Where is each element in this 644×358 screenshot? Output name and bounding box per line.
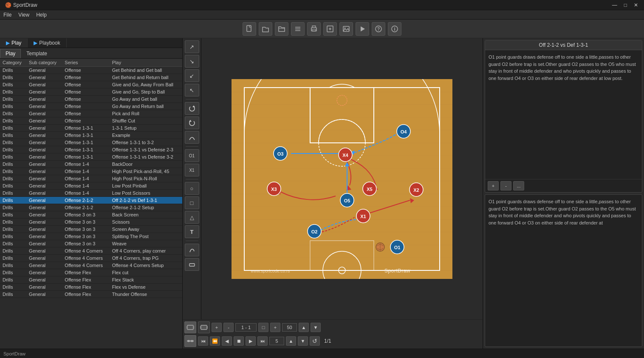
table-row[interactable]: DrillsGeneralOffense 2-1-2Off 2-1-2 vs D… [0, 197, 182, 204]
export-btn[interactable] [323, 22, 337, 36]
rotate-ccw-tool[interactable] [185, 116, 199, 129]
table-row[interactable]: DrillsGeneralOffense 1-4BackDoor [0, 161, 182, 168]
rotate-cw-tool[interactable] [185, 102, 199, 115]
open-folder-btn[interactable] [275, 22, 288, 36]
loop-btn[interactable]: ↺ [310, 336, 320, 346]
frame-minus-btn[interactable]: □ [258, 323, 268, 332]
table-row[interactable]: DrillsGeneralOffense 3 on 3Back Screen [0, 211, 182, 219]
square-tool[interactable]: □ [185, 196, 199, 209]
speed-up-btn[interactable]: ▲ [299, 323, 309, 332]
table-row[interactable]: DrillsGeneralOffenseGo Away and Return b… [0, 103, 182, 110]
table-row[interactable]: DrillsGeneralOffense 3 on 3Scissors [0, 219, 182, 226]
image-btn[interactable] [339, 22, 353, 36]
help-btn[interactable]: ? [372, 22, 385, 36]
play-btn[interactable] [356, 22, 369, 36]
table-row[interactable]: DrillsGeneralOffense 1-3-1Offense 1-3-1 … [0, 146, 182, 153]
curve-tool[interactable] [185, 131, 199, 144]
cross-x1-tool[interactable]: X1 [185, 164, 199, 176]
remove-frame-btn[interactable]: - [223, 323, 234, 332]
eraser-tool[interactable] [185, 258, 199, 271]
table-row[interactable]: DrillsGeneralOffense FlexFlex Stack [0, 276, 182, 284]
table-row[interactable]: DrillsGeneralOffense FlexFlex vs Defense [0, 284, 182, 291]
table-row[interactable]: DrillsGeneralOffenseGive and Go, Away Fr… [0, 81, 182, 88]
last-frame-btn[interactable]: ⏭ [257, 336, 268, 346]
draw-tool[interactable] [185, 244, 199, 256]
table-row[interactable]: DrillsGeneralOffense FlexThunder Offense [0, 291, 182, 298]
arrow-ne-tool[interactable]: ↗ [185, 40, 199, 53]
frame-counter[interactable] [235, 323, 257, 332]
print-btn[interactable] [307, 22, 321, 36]
svg-text:X4: X4 [342, 153, 348, 158]
table-row[interactable]: DrillsGeneralOffense FlexFlex cut [0, 269, 182, 276]
frame-number[interactable] [269, 337, 284, 345]
frame-num-up[interactable]: ▲ [286, 336, 296, 346]
new-btn[interactable] [243, 22, 256, 36]
svg-point-85 [188, 340, 190, 342]
table-row[interactable]: DrillsGeneralOffense 1-3-1Offense 1-3-1 … [0, 139, 182, 146]
table-row[interactable]: DrillsGeneralOffense 4 CornersOff 4 Corn… [0, 247, 182, 255]
tab-play[interactable]: ▶ Play [0, 38, 28, 48]
description-footer-1: + - ... [485, 179, 642, 192]
circle-o1-tool[interactable]: O1 [185, 149, 199, 162]
desc-btn-add[interactable]: + [488, 181, 499, 190]
table-row[interactable]: DrillsGeneralOffense 1-3-1Offense 1-3-1 … [0, 153, 182, 161]
list-btn[interactable] [291, 22, 305, 36]
stop-btn[interactable]: ⏹ [234, 336, 244, 346]
speed-value[interactable] [282, 323, 297, 332]
table-row[interactable]: DrillsGeneralOffense 1-4High Post Pick-N… [0, 175, 182, 182]
text-tool[interactable]: T [185, 225, 199, 238]
arrow-se-tool[interactable]: ↘ [185, 55, 199, 68]
sub-tab-template[interactable]: Template [21, 49, 53, 58]
table-row[interactable]: DrillsGeneralOffense 4 CornersOff 4 Corn… [0, 255, 182, 262]
table-row[interactable]: DrillsGeneralOffenseShuffle Cut [0, 117, 182, 125]
arrow-nw-tool[interactable]: ↖ [185, 84, 199, 97]
table-row[interactable]: DrillsGeneralOffense 1-3-11-3-1 Setup [0, 125, 182, 132]
play-table-wrapper[interactable]: Category Sub category Series Play Drills… [0, 59, 182, 349]
info-btn[interactable]: i [388, 22, 401, 36]
arrow-sw-tool[interactable]: ↙ [185, 69, 199, 82]
triangle-tool[interactable]: △ [185, 211, 199, 224]
table-row[interactable]: DrillsGeneralOffense 3 on 3Screen Away [0, 226, 182, 233]
next-btn[interactable]: ▶ [246, 336, 256, 346]
table-row[interactable]: DrillsGeneralOffense 1-4Low Post Pinball [0, 182, 182, 190]
menu-file[interactable]: File [3, 12, 11, 18]
speed-down-btn[interactable]: ▼ [311, 323, 321, 332]
table-row[interactable]: DrillsGeneralOffenseGet Behind and Get b… [0, 67, 182, 74]
menu-help[interactable]: Help [36, 12, 47, 18]
first-frame-btn[interactable]: ⏮ [198, 336, 208, 346]
col-play: Play [110, 59, 182, 67]
sub-tab-play[interactable]: Play [0, 49, 21, 58]
app-title: SportDraw [13, 2, 37, 8]
desc-btn-more[interactable]: ... [513, 181, 524, 190]
app-icon: 🏀 [5, 2, 11, 8]
table-row[interactable]: DrillsGeneralOffense 3 on 3Splitting The… [0, 233, 182, 240]
minimize-btn[interactable]: — [610, 2, 620, 8]
desc-btn-remove[interactable]: - [500, 181, 511, 190]
svg-rect-19 [232, 79, 452, 279]
table-row[interactable]: DrillsGeneralOffense 1-4Low Post Scissor… [0, 190, 182, 197]
filmstrip-active-icon [198, 321, 210, 333]
table-row[interactable]: DrillsGeneralOffenseGo Away and Get ball [0, 96, 182, 103]
close-btn[interactable]: ✕ [631, 2, 641, 8]
add-frame-btn[interactable]: + [212, 323, 222, 332]
frame-num-down[interactable]: ▼ [298, 336, 308, 346]
svg-rect-18 [189, 264, 195, 266]
table-row[interactable]: DrillsGeneralOffenseGive and Go, Step to… [0, 88, 182, 96]
maximize-btn[interactable]: □ [621, 2, 630, 8]
circle-tool[interactable]: ○ [185, 182, 199, 195]
table-row[interactable]: DrillsGeneralOffense 2-1-2Offense 2-1-2 … [0, 204, 182, 211]
frame-plus-btn[interactable]: + [270, 323, 280, 332]
prev-btn[interactable]: ◀ [222, 336, 232, 346]
open-btn[interactable] [259, 22, 272, 36]
tab-playbook[interactable]: ▶ Playbook [28, 38, 66, 48]
prev-prev-btn[interactable]: ⏪ [210, 336, 220, 346]
menu-view[interactable]: View [18, 12, 29, 18]
table-row[interactable]: DrillsGeneralOffensePick and Roll [0, 110, 182, 117]
table-row[interactable]: DrillsGeneralOffenseGet Behind and Retur… [0, 74, 182, 81]
title-bar: 🏀 SportDraw — □ ✕ [0, 0, 644, 10]
table-row[interactable]: DrillsGeneralOffense 1-4High Post Pick-a… [0, 168, 182, 175]
svg-rect-0 [247, 26, 251, 31]
table-row[interactable]: DrillsGeneralOffense 1-3-1Example [0, 132, 182, 139]
table-row[interactable]: DrillsGeneralOffense 4 CornersOffense 4 … [0, 262, 182, 269]
table-row[interactable]: DrillsGeneralOffense 3 on 3Weave [0, 240, 182, 247]
